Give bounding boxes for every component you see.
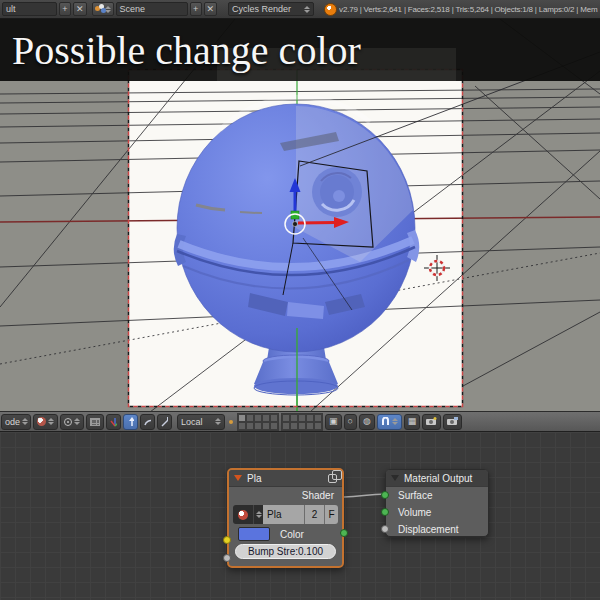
stepper-icon	[48, 418, 54, 425]
render-opengl-anim-button[interactable]	[443, 414, 462, 430]
displacement-input-row: Displacement	[386, 521, 488, 538]
proportional-falloff-button[interactable]: ◍	[359, 414, 375, 430]
stepper-icon	[22, 418, 28, 425]
add-scene-button[interactable]: +	[190, 2, 202, 16]
shader-output-label: Shader	[302, 490, 334, 501]
stepper-icon	[215, 418, 221, 425]
falloff-icon: ◍	[363, 417, 371, 426]
bump-strength-slider[interactable]: Bump Stre:0.100	[235, 544, 336, 559]
add-layout-button[interactable]: +	[59, 2, 71, 16]
bump-input-socket[interactable]	[223, 554, 231, 562]
material-users-button[interactable]: 2	[304, 505, 324, 524]
orientation-dropdown[interactable]: Local	[177, 414, 225, 430]
mode-dropdown[interactable]: ode	[1, 414, 31, 430]
proportional-icon: ○	[348, 417, 353, 426]
orientation-label: Local	[181, 417, 203, 427]
viewport-header: ode	[0, 411, 600, 432]
rotate-icon	[144, 417, 151, 427]
surface-input-row: Surface	[386, 487, 488, 504]
node-editor[interactable]: Pla Shader Pla 2 F Color Bump Stre:0.100	[0, 432, 600, 600]
fake-user-button[interactable]: F	[324, 505, 338, 524]
pivot-point-dropdown[interactable]	[60, 414, 84, 430]
dish-detail	[312, 167, 362, 217]
layer-grid-1[interactable]	[237, 413, 279, 431]
rotate-manipulator-button[interactable]	[140, 414, 155, 430]
displacement-label: Displacement	[398, 524, 459, 535]
surface-label: Surface	[398, 490, 432, 501]
screen-layout-label: ult	[6, 4, 16, 14]
material-node-header[interactable]: Pla	[229, 470, 342, 487]
shading-sphere-icon	[37, 417, 46, 426]
layer-grid-2[interactable]	[281, 413, 323, 431]
scale-icon	[161, 417, 168, 427]
scene-icon	[95, 4, 103, 14]
color-input-socket[interactable]	[223, 536, 231, 544]
render-engine-dropdown[interactable]: Cycles Render	[228, 2, 314, 16]
color-input-row: Color	[229, 525, 342, 543]
render-opengl-button[interactable]	[422, 414, 441, 430]
shader-output-row: Shader	[229, 487, 342, 504]
translate-icon	[127, 417, 134, 427]
center-points-icon	[90, 418, 100, 426]
shader-output-socket[interactable]	[340, 529, 348, 537]
screen-layout-dropdown[interactable]: ult	[2, 2, 57, 16]
color-label: Color	[280, 529, 304, 540]
blender-logo-icon	[324, 3, 337, 16]
stepper-icon	[74, 418, 80, 425]
output-node-header[interactable]: Material Output	[386, 470, 488, 487]
volume-input-row: Volume	[386, 504, 488, 521]
close-scene-button[interactable]: ✕	[204, 2, 218, 16]
node-copy-icon	[328, 474, 337, 483]
material-sphere-icon	[238, 510, 248, 520]
material-stepper[interactable]	[253, 505, 263, 524]
pivot-icon	[64, 418, 72, 426]
unsaved-indicator-icon	[229, 420, 233, 424]
output-node-title: Material Output	[404, 473, 472, 484]
manipulator-axes-button[interactable]	[106, 414, 121, 430]
render-engine-label: Cycles Render	[232, 4, 291, 14]
snap-toggle-button[interactable]	[377, 414, 402, 430]
surface-input-socket[interactable]	[381, 491, 389, 499]
manipulate-center-button[interactable]	[86, 414, 104, 430]
info-header: ult + ✕ Scene + ✕ Cycles Render v2.79 | …	[0, 0, 600, 19]
output-node[interactable]: Material Output Surface Volume Displacem…	[385, 469, 489, 537]
scene-name-field[interactable]: Scene	[116, 2, 188, 16]
proportional-edit-button[interactable]: ○	[344, 414, 357, 430]
stepper-icon	[392, 418, 398, 425]
blender-window: Possible change color ult + ✕ Scene + ✕ …	[0, 0, 600, 600]
lock-to-scene-button[interactable]: ▣	[325, 414, 342, 430]
scale-manipulator-button[interactable]	[157, 414, 172, 430]
displacement-input-socket[interactable]	[381, 525, 389, 533]
volume-input-socket[interactable]	[381, 508, 389, 516]
camera-render-icon	[426, 417, 437, 426]
material-browse-button[interactable]	[233, 505, 253, 524]
material-node-title: Pla	[247, 473, 261, 484]
collapse-triangle-icon[interactable]	[391, 475, 399, 481]
collapse-triangle-icon[interactable]	[234, 475, 242, 481]
scene-stats: v2.79 | Verts:2,641 | Faces:2,518 | Tris…	[339, 5, 598, 14]
snap-element-icon: ▦	[408, 417, 417, 426]
scene-datablock-button[interactable]	[92, 2, 114, 16]
viewport-shading-dropdown[interactable]	[33, 414, 58, 430]
material-node[interactable]: Pla Shader Pla 2 F Color Bump Stre:0.100	[227, 468, 344, 568]
material-name-field[interactable]: Pla	[263, 505, 304, 524]
scene-name-label: Scene	[120, 4, 146, 14]
volume-label: Volume	[398, 507, 431, 518]
banner-title: Possible change color	[12, 27, 361, 74]
lock-icon: ▣	[329, 417, 338, 426]
color-swatch[interactable]	[238, 527, 270, 541]
close-layout-button[interactable]: ✕	[73, 2, 87, 16]
snap-target-button[interactable]: ▦	[404, 414, 421, 430]
magnet-icon	[381, 417, 390, 426]
bump-row: Bump Stre:0.100	[235, 544, 336, 559]
camera-anim-icon	[447, 417, 458, 426]
material-datablock-row: Pla 2 F	[233, 505, 338, 524]
title-banner: Possible change color	[0, 19, 600, 81]
axes-icon	[110, 417, 117, 427]
mode-label: ode	[5, 417, 20, 427]
translate-manipulator-button[interactable]	[123, 414, 138, 430]
stepper-icon	[304, 6, 310, 13]
